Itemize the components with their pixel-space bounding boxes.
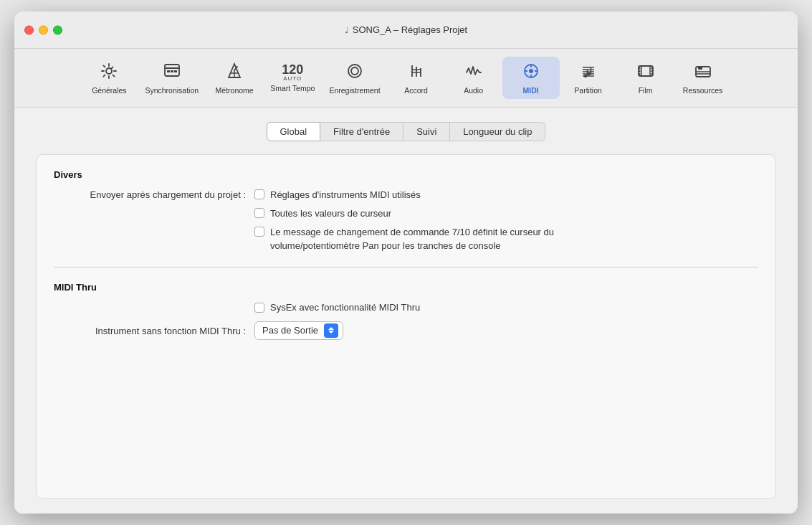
sysex-label: SysEx avec fonctionnalité MIDI Thru bbox=[270, 301, 420, 314]
fullscreen-button[interactable] bbox=[53, 25, 62, 34]
toolbar-item-accord[interactable]: Accord bbox=[388, 57, 445, 99]
sysex-row: SysEx avec fonctionnalité MIDI Thru bbox=[254, 301, 758, 314]
midi-thru-section: MIDI Thru SysEx avec fonctionnalité MIDI… bbox=[54, 282, 758, 347]
envoyer-field-row: Envoyer après chargement du projet : Rég… bbox=[54, 189, 758, 252]
select-arrows-icon bbox=[324, 323, 338, 338]
divers-title: Divers bbox=[54, 169, 758, 180]
svg-rect-35 bbox=[639, 73, 641, 75]
generales-label: Générales bbox=[92, 86, 126, 95]
select-value: Pas de Sortie bbox=[262, 325, 318, 336]
midi-thru-title: MIDI Thru bbox=[54, 282, 758, 293]
film-icon bbox=[636, 61, 656, 84]
smart-tempo-label: Smart Tempo bbox=[270, 84, 315, 93]
checkbox-row-3: Le message de changement de commande 7/1… bbox=[254, 226, 554, 252]
record-icon bbox=[345, 61, 365, 84]
svg-rect-42 bbox=[698, 67, 702, 70]
accord-label: Accord bbox=[404, 86, 428, 95]
checkbox-commande[interactable] bbox=[254, 227, 264, 237]
gear-icon bbox=[99, 61, 119, 84]
instrument-row: Instrument sans fonction MIDI Thru : Pas… bbox=[54, 321, 758, 340]
synchronisation-label: Synchronisation bbox=[145, 86, 199, 95]
toolbar-item-ressources[interactable]: Ressources bbox=[674, 57, 732, 99]
titlebar: ♩ SONG_A – Réglages Projet bbox=[14, 11, 798, 49]
svg-rect-38 bbox=[651, 73, 653, 75]
svg-point-11 bbox=[351, 67, 358, 75]
instrument-label: Instrument sans fonction MIDI Thru : bbox=[54, 325, 254, 336]
midi-label: MIDI bbox=[522, 86, 538, 95]
content-area: Global Filtre d'entrée Suivi Longueur du… bbox=[14, 108, 798, 514]
toolbar-item-partition[interactable]: Partition bbox=[560, 57, 617, 99]
divers-section: Divers Envoyer après chargement du proje… bbox=[54, 169, 758, 252]
tab-suivi[interactable]: Suivi bbox=[403, 122, 450, 141]
metronome-label: Métronome bbox=[216, 86, 254, 95]
ressources-label: Ressources bbox=[683, 86, 722, 95]
audio-icon bbox=[464, 61, 484, 84]
section-divider bbox=[54, 267, 758, 268]
main-window: ♩ SONG_A – Réglages Projet Générales bbox=[14, 11, 798, 514]
checkbox-curseur-label: Toutes les valeurs de curseur bbox=[270, 207, 391, 220]
svg-rect-33 bbox=[639, 67, 641, 70]
svg-rect-5 bbox=[174, 70, 177, 72]
tabs-bar: Global Filtre d'entrée Suivi Longueur du… bbox=[36, 122, 776, 141]
svg-rect-37 bbox=[651, 70, 653, 72]
envoyer-label: Envoyer après chargement du projet : bbox=[54, 189, 254, 200]
midi-thru-content: SysEx avec fonctionnalité MIDI Thru Inst… bbox=[54, 301, 758, 347]
document-icon: ♩ bbox=[345, 25, 349, 35]
checkbox-commande-label: Le message de changement de commande 7/1… bbox=[270, 226, 554, 252]
metronome-icon bbox=[224, 61, 244, 84]
svg-point-10 bbox=[348, 65, 361, 77]
audio-label: Audio bbox=[464, 86, 483, 95]
toolbar-item-enregistrement[interactable]: Enregistrement bbox=[322, 57, 387, 99]
toolbar-item-smart-tempo[interactable]: 120 AUTO Smart Tempo bbox=[263, 59, 322, 97]
svg-rect-36 bbox=[651, 67, 653, 70]
toolbar: Générales Synchronisation bbox=[14, 49, 798, 108]
enregistrement-label: Enregistrement bbox=[329, 86, 380, 95]
checkbox-row-1: Réglages d'instruments MIDI utilisés bbox=[254, 189, 554, 202]
checkbox-group-divers: Réglages d'instruments MIDI utilisés Tou… bbox=[254, 189, 554, 252]
close-button[interactable] bbox=[24, 25, 34, 34]
window-title: ♩ SONG_A – Réglages Projet bbox=[345, 24, 467, 35]
film-label: Film bbox=[639, 86, 653, 95]
sync-icon bbox=[162, 61, 182, 84]
settings-panel: Divers Envoyer après chargement du proje… bbox=[36, 154, 776, 499]
midi-icon bbox=[521, 61, 541, 84]
checkbox-instruments-label: Réglages d'instruments MIDI utilisés bbox=[270, 189, 421, 202]
toolbar-item-synchronisation[interactable]: Synchronisation bbox=[138, 57, 206, 99]
smart-tempo-icon: 120 AUTO bbox=[282, 63, 303, 82]
svg-point-18 bbox=[529, 69, 533, 73]
checkbox-curseur[interactable] bbox=[254, 208, 264, 218]
checkbox-row-2: Toutes les valeurs de curseur bbox=[254, 207, 554, 220]
chord-icon bbox=[406, 61, 426, 84]
toolbar-item-generales[interactable]: Générales bbox=[80, 57, 138, 99]
traffic-lights bbox=[24, 25, 62, 34]
minimize-button[interactable] bbox=[39, 25, 48, 34]
tab-global[interactable]: Global bbox=[267, 122, 321, 141]
arrow-up-icon bbox=[328, 327, 334, 330]
svg-rect-34 bbox=[639, 70, 641, 72]
tab-longueur[interactable]: Longueur du clip bbox=[450, 122, 545, 141]
toolbar-item-midi[interactable]: MIDI bbox=[502, 57, 560, 99]
tab-filtre[interactable]: Filtre d'entrée bbox=[320, 122, 403, 141]
toolbar-item-metronome[interactable]: Métronome bbox=[206, 57, 263, 99]
svg-rect-3 bbox=[167, 70, 170, 72]
svg-rect-32 bbox=[639, 66, 653, 76]
checkbox-sysex[interactable] bbox=[254, 303, 264, 313]
toolbar-item-audio[interactable]: Audio bbox=[445, 57, 502, 99]
partition-label: Partition bbox=[574, 86, 602, 95]
partition-icon bbox=[578, 61, 598, 84]
checkbox-instruments[interactable] bbox=[254, 189, 264, 199]
pas-de-sortie-select[interactable]: Pas de Sortie bbox=[254, 321, 343, 340]
resources-icon bbox=[693, 61, 713, 84]
svg-rect-4 bbox=[171, 70, 173, 72]
arrow-down-icon bbox=[328, 331, 334, 334]
toolbar-item-film[interactable]: Film bbox=[617, 57, 674, 99]
